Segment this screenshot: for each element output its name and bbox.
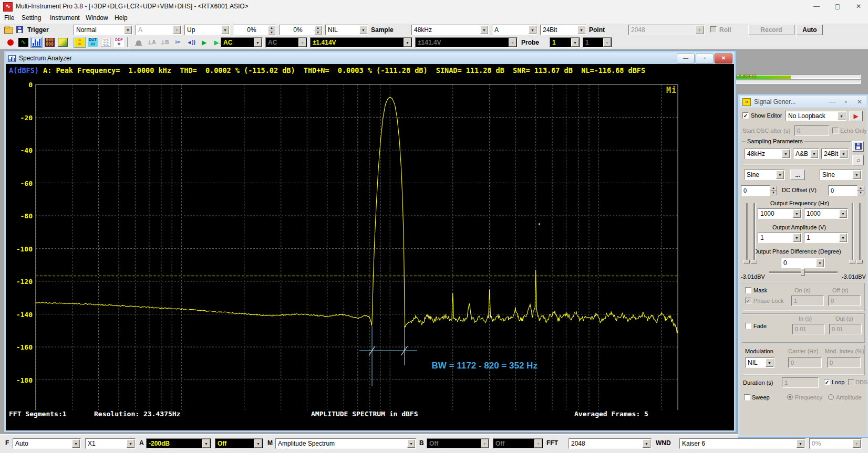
- maximize-button[interactable]: ▢: [830, 2, 845, 10]
- trigger-mode-select[interactable]: Normal▼: [74, 25, 133, 35]
- menu-help[interactable]: Help: [115, 14, 128, 22]
- loopback-select[interactable]: No Loopback▼: [786, 111, 846, 121]
- generator-close-button[interactable]: ✕: [853, 98, 866, 106]
- sampling-channel-select[interactable]: A▼: [492, 25, 538, 35]
- generator-save-button[interactable]: [852, 141, 864, 152]
- generator-titlebar[interactable]: ≈ Signal Gener... — ▫ ✕: [740, 96, 866, 108]
- sweep-amplitude-radio[interactable]: [828, 394, 834, 400]
- carrier-input[interactable]: 0: [788, 357, 822, 368]
- amplitude-b-select[interactable]: 1▼: [804, 233, 848, 243]
- sampling-bits-select[interactable]: 24Bit▼: [540, 25, 586, 35]
- generator-restore-button[interactable]: ▫: [839, 98, 853, 106]
- spectrum-restore-button[interactable]: ▫: [696, 54, 714, 64]
- sweep-frequency-radio[interactable]: [787, 394, 793, 400]
- freq-zoom-select[interactable]: X1▼: [85, 438, 136, 449]
- sound-output-icon[interactable]: ◄)): [185, 37, 197, 48]
- trigger-delay-spinner[interactable]: 0%▲▼: [279, 25, 323, 35]
- derived-data-curve-icon[interactable]: ∿∿∿∿∿∿: [100, 37, 112, 48]
- generator-channels-select[interactable]: A&B▼: [793, 149, 819, 159]
- start-osc-input[interactable]: 0: [794, 125, 829, 136]
- balance-handle[interactable]: [801, 268, 805, 276]
- mod-index-input[interactable]: 0: [827, 357, 861, 368]
- fade-checkbox[interactable]: [745, 323, 751, 329]
- range-a-select[interactable]: ±1.414V▼: [310, 37, 412, 48]
- frequency-a-select[interactable]: 1000▼: [758, 208, 802, 219]
- ddp-viewer-icon[interactable]: DDP⊕: [113, 37, 125, 48]
- mask-off-input[interactable]: 0: [828, 296, 861, 306]
- attenuation-a2-handle[interactable]: [751, 260, 757, 264]
- device-test-plan-icon[interactable]: DUT≀≀≀: [87, 37, 99, 48]
- probe-a-select[interactable]: 1▼: [550, 37, 580, 48]
- music-note-button[interactable]: ♫: [852, 155, 864, 165]
- coupling-a-select[interactable]: AC▼: [221, 37, 263, 48]
- spectrum-close-button[interactable]: ✕: [715, 54, 732, 64]
- generator-minimize-button[interactable]: —: [825, 98, 839, 106]
- menu-file[interactable]: File: [4, 14, 14, 22]
- trigger-filter-select[interactable]: NIL▼: [325, 25, 368, 35]
- sweep-checkbox[interactable]: [744, 394, 750, 401]
- range-b-select[interactable]: ±141.4V▼: [415, 37, 518, 48]
- attenuation-b2-handle[interactable]: [856, 260, 863, 264]
- fade-in-input[interactable]: 0.01: [792, 324, 825, 334]
- roll-checkbox[interactable]: [710, 26, 717, 33]
- trigger-source-select[interactable]: A▼: [136, 25, 182, 35]
- frequency-b-select[interactable]: 1000▼: [804, 208, 848, 219]
- signal-generator-icon[interactable]: ≈≈: [74, 37, 86, 48]
- mode-select[interactable]: Amplitude Spectrum▼: [275, 438, 416, 449]
- open-file-icon[interactable]: [4, 27, 13, 34]
- mask-on-input[interactable]: 1: [791, 296, 824, 306]
- attenuation-a-handle[interactable]: [743, 260, 750, 264]
- generator-rate-select[interactable]: 48kHz▼: [745, 149, 791, 159]
- coupling-b-select[interactable]: AC▼: [265, 37, 307, 48]
- menu-setting[interactable]: Setting: [22, 14, 41, 22]
- mask-checkbox[interactable]: [745, 287, 751, 293]
- window-function-select[interactable]: Kaiser 6▼: [679, 438, 805, 449]
- run-icon[interactable]: ▶: [198, 37, 210, 48]
- attenuation-b-handle[interactable]: [849, 260, 855, 264]
- menu-window[interactable]: Window: [86, 14, 108, 22]
- trigger-level-spinner[interactable]: 0%▲▼: [233, 25, 276, 35]
- freq-axis-select[interactable]: Auto▼: [13, 438, 81, 449]
- show-editor-checkbox[interactable]: ✓: [742, 112, 749, 119]
- spectrum-window-titlebar[interactable]: Spectrum Analyzer — ▫ ✕: [6, 52, 734, 64]
- dc-offset-a-spinner[interactable]: ▲▼: [770, 185, 777, 196]
- amplitude-a-select[interactable]: 1▼: [758, 233, 802, 243]
- minimize-button[interactable]: —: [809, 2, 824, 10]
- attenuation-a2-track[interactable]: [753, 203, 756, 263]
- bandwidth-cursors[interactable]: BW = 1172 - 820 = 352 Hz: [359, 326, 538, 386]
- loop-checkbox[interactable]: ✓: [824, 379, 830, 385]
- oscilloscope-icon[interactable]: ∿: [17, 37, 29, 48]
- attenuation-a-track[interactable]: [746, 203, 748, 263]
- menu-instrument[interactable]: Instrument: [50, 14, 80, 22]
- duration-input[interactable]: 1: [782, 377, 819, 388]
- spectrum-minimize-button[interactable]: —: [677, 54, 695, 64]
- overlap-select[interactable]: 0%▼: [809, 438, 862, 449]
- attenuation-b-track[interactable]: [852, 203, 854, 263]
- probe-b-select[interactable]: 1▼: [583, 37, 612, 48]
- dc-offset-a-input[interactable]: 0: [741, 185, 770, 196]
- sampling-points-select[interactable]: 2048▼: [628, 25, 705, 35]
- wave-library-button[interactable]: ...: [790, 170, 805, 180]
- phase-lock-checkbox[interactable]: ✓: [745, 298, 751, 304]
- fade-out-input[interactable]: 0.01: [829, 324, 862, 334]
- record-icon[interactable]: [4, 37, 16, 48]
- range-floor-b-select[interactable]: Off▼: [427, 438, 490, 449]
- spectrum-3d-plot-icon[interactable]: [57, 37, 69, 48]
- processing-b-select[interactable]: Off▼: [493, 438, 543, 449]
- dc-offset-b-spinner[interactable]: ▲▼: [857, 185, 864, 196]
- auto-button[interactable]: Auto: [797, 25, 823, 35]
- modulation-mode-select[interactable]: NIL▼: [745, 357, 774, 368]
- phase-difference-select[interactable]: 0▼: [781, 258, 825, 268]
- probe-calibration-icon[interactable]: ✂: [172, 37, 184, 48]
- dc-offset-b-input[interactable]: 0: [828, 185, 857, 196]
- range-floor-a-select[interactable]: -200dB▼: [146, 438, 211, 449]
- multimeter-icon[interactable]: 000000: [44, 37, 56, 48]
- sampling-rate-select[interactable]: 48kHz▼: [411, 25, 489, 35]
- generator-run-button[interactable]: ▶: [849, 111, 863, 121]
- dds-checkbox[interactable]: [848, 379, 854, 385]
- fft-size-select[interactable]: 2048▼: [569, 438, 652, 449]
- waveform-b-select[interactable]: Sine▼: [820, 170, 862, 180]
- spectrum-analyzer-icon[interactable]: [30, 37, 43, 48]
- record-button[interactable]: Record: [748, 25, 794, 35]
- trigger-edge-select[interactable]: Up▼: [184, 25, 230, 35]
